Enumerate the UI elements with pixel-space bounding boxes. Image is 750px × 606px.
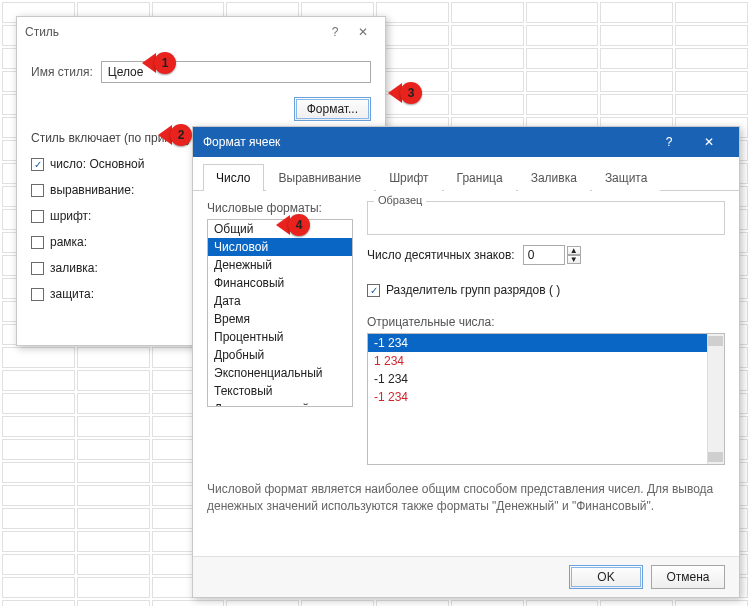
checkbox-icon [31, 236, 44, 249]
category-item[interactable]: Экспоненциальный [208, 364, 352, 382]
category-item[interactable]: Дополнительный [208, 400, 352, 407]
style-option-label: заливка: [50, 261, 98, 275]
category-item[interactable]: Дата [208, 292, 352, 310]
ok-button[interactable]: OK [569, 565, 643, 589]
negative-option[interactable]: -1 234 [368, 334, 724, 352]
sample-label: Образец [374, 194, 426, 206]
format-titlebar[interactable]: Формат ячеек ? ✕ [193, 127, 739, 157]
checkbox-icon [31, 184, 44, 197]
style-title: Стиль [25, 25, 321, 39]
category-item[interactable]: Процентный [208, 328, 352, 346]
style-option-label: защита: [50, 287, 94, 301]
close-icon[interactable]: ✕ [349, 19, 377, 45]
tab-шрифт[interactable]: Шрифт [376, 164, 441, 191]
scroll-up-icon[interactable] [708, 336, 723, 346]
tab-заливка[interactable]: Заливка [518, 164, 590, 191]
tab-выравнивание[interactable]: Выравнивание [266, 164, 375, 191]
negative-option[interactable]: -1 234 [368, 388, 724, 406]
thousands-checkbox[interactable]: Разделитель групп разрядов ( ) [367, 283, 560, 297]
category-item[interactable]: Денежный [208, 256, 352, 274]
negative-option[interactable]: 1 234 [368, 352, 724, 370]
category-item[interactable]: Время [208, 310, 352, 328]
style-option-label: рамка: [50, 235, 87, 249]
checkbox-icon [31, 158, 44, 171]
categories-label: Числовые форматы: [207, 201, 353, 215]
tab-защита[interactable]: Защита [592, 164, 661, 191]
category-item[interactable]: Дробный [208, 346, 352, 364]
scroll-down-icon[interactable] [708, 452, 723, 462]
format-title: Формат ячеек [203, 135, 649, 149]
style-name-label: Имя стиля: [31, 65, 93, 79]
format-description: Числовой формат является наиболее общим … [193, 473, 739, 520]
checkbox-icon [367, 284, 380, 297]
tab-число[interactable]: Число [203, 164, 264, 191]
format-cells-dialog: Формат ячеек ? ✕ ЧислоВыравниваниеШрифтГ… [192, 126, 740, 598]
decimals-stepper[interactable]: ▲ ▼ [523, 245, 581, 265]
category-item[interactable]: Общий [208, 220, 352, 238]
spin-up-icon[interactable]: ▲ [567, 246, 581, 255]
format-button[interactable]: Формат... [294, 97, 371, 121]
style-name-input[interactable] [101, 61, 371, 83]
negative-option[interactable]: -1 234 [368, 370, 724, 388]
close-icon[interactable]: ✕ [689, 127, 729, 157]
cancel-button[interactable]: Отмена [651, 565, 725, 589]
tab-граница[interactable]: Граница [444, 164, 516, 191]
categories-listbox[interactable]: ОбщийЧисловойДенежныйФинансовыйДатаВремя… [207, 219, 353, 407]
category-item[interactable]: Числовой [208, 238, 352, 256]
negative-label: Отрицательные числа: [367, 315, 725, 329]
spin-down-icon[interactable]: ▼ [567, 255, 581, 264]
help-icon[interactable]: ? [649, 127, 689, 157]
style-titlebar[interactable]: Стиль ? ✕ [17, 17, 385, 47]
thousands-label: Разделитель групп разрядов ( ) [386, 283, 560, 297]
style-option-label: выравнивание: [50, 183, 134, 197]
checkbox-icon [31, 210, 44, 223]
style-option-label: шрифт: [50, 209, 91, 223]
sample-group: Образец [367, 201, 725, 235]
checkbox-icon [31, 288, 44, 301]
help-icon[interactable]: ? [321, 19, 349, 45]
decimals-input[interactable] [523, 245, 565, 265]
scrollbar[interactable] [707, 334, 724, 464]
checkbox-icon [31, 262, 44, 275]
negative-listbox[interactable]: -1 2341 234-1 234-1 234 [367, 333, 725, 465]
category-item[interactable]: Текстовый [208, 382, 352, 400]
decimals-label: Число десятичных знаков: [367, 248, 515, 262]
category-item[interactable]: Финансовый [208, 274, 352, 292]
style-option-label: число: Основной [50, 157, 144, 171]
